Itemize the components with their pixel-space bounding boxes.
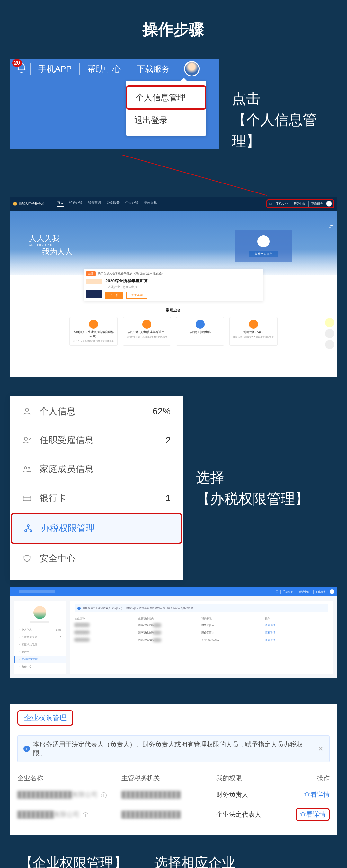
avatar[interactable] (326, 201, 332, 207)
nav-mobile-app[interactable]: 手机APP (30, 63, 80, 74)
float-buttons (325, 318, 335, 351)
sidebar-item[interactable]: ◦任职受雇信息2 (14, 633, 66, 641)
sidebar-item[interactable]: ◦银行卡 (14, 648, 66, 656)
nav-tab[interactable]: 个人办税 (125, 200, 138, 207)
service-card[interactable]: 专项扣算（快速填报内综合所得应用）针对个人所得税自行申报的快速便捷服务 (69, 317, 118, 346)
bell-icon (275, 590, 279, 593)
svg-line-0 (122, 155, 267, 195)
fullsite-screenshot: 自然人电子税务局 首页 特色办税 税费查询 公众服务 个人办税 单位办税 手机A… (10, 197, 337, 377)
svg-point-3 (24, 437, 27, 440)
nav-tab[interactable]: 首页 (57, 200, 64, 207)
avatar (33, 606, 46, 619)
table-header: 企业名称 主管税务机关 我的权限 操作 (18, 771, 329, 786)
table-row: ████████国家税务总局████财务负责人查看详情 (74, 621, 328, 629)
bell-icon (269, 202, 273, 206)
enterprise-permission-panel: 企业权限管理 i 本服务适用于法定代表人（负责人）、财务负责人或拥有管理权限的人… (10, 704, 337, 835)
menu-profile-management[interactable]: 个人信息管理 (126, 86, 206, 110)
nav-tab[interactable]: 特色办税 (69, 200, 82, 207)
about-button[interactable]: 关于本期 (126, 292, 148, 299)
step3-instruction: 【企业权限管理】——选择相应企业 点击【查看详情】 (0, 835, 347, 868)
service-card[interactable]: 代扣代缴（A表）由个人委托扣缴义务人通过单位填报申报 (229, 317, 278, 346)
service-card[interactable]: 专项附加扣除填报 (176, 317, 224, 346)
next-button[interactable]: 下一步 (105, 292, 123, 299)
topnav-screenshot: 20 手机APP 帮助中心 下载服务 个人信息管理 退出登录 (10, 59, 219, 149)
float-chat-icon[interactable] (325, 318, 334, 327)
user-dropdown: 个人信息管理 退出登录 (126, 81, 206, 135)
sidebar-item[interactable]: ◦安全中心 (14, 663, 66, 670)
nav-tab[interactable]: 税费查询 (88, 200, 101, 207)
service-card[interactable]: 专项扣算（原填填非年暂适用）综合所得汇算，原填填非年暂户居民适用 (123, 317, 171, 346)
svg-point-2 (25, 408, 28, 411)
avatar[interactable] (329, 589, 334, 594)
annual-settlement-title: 2020综合所得年度汇算 (105, 278, 148, 284)
nav-help-center[interactable]: 帮助中心 (297, 590, 311, 594)
avatar[interactable] (184, 61, 199, 76)
info-icon: i (77, 607, 81, 610)
notice-card: 公告 关于自然人电子税务局开放本期代扣代缴申报的通知 2020综合所得年度汇算 … (84, 269, 263, 301)
notice-tag: 公告 (86, 271, 96, 276)
view-detail-link[interactable]: 查看详情 (265, 631, 329, 634)
family-icon (22, 464, 32, 474)
sidebar-item[interactable]: ◦家庭成员信息 (14, 641, 66, 648)
employment-icon (22, 435, 32, 445)
sidebar-item-security[interactable]: 安全中心 (10, 544, 182, 573)
sidebar-item-family[interactable]: 家庭成员信息 (10, 455, 182, 484)
menu-logout[interactable]: 退出登录 (126, 110, 206, 131)
org-icon (24, 524, 33, 533)
nav-mobile-app[interactable]: 手机APP (273, 201, 290, 207)
table-row: ████████有限公司i █████████████ 企业法定代表人 查看详情 (18, 803, 329, 826)
sidebar-item[interactable]: ◦个人信息62% (14, 626, 66, 633)
info-alert: i 本服务适用于法定代表人（负责人）、财务负责人或拥有管理权限的人员，赋予指定人… (18, 735, 329, 762)
sidebar-item-bank-card[interactable]: 银行卡1 (10, 484, 182, 513)
sidebar-item-tax-permission[interactable]: 办税权限管理 (10, 513, 182, 544)
common-services-title: 常用业务 (10, 308, 337, 313)
nav-help-center[interactable]: 帮助中心 (291, 201, 308, 207)
info-icon: i (24, 746, 30, 752)
svg-rect-6 (23, 496, 31, 501)
view-detail-link[interactable]: 查看详情 (265, 623, 329, 627)
info-alert: i 本服务适用于法定代表人（负责人）、财务负责人或拥有管理权限的人员，赋予指定人… (74, 604, 328, 612)
permission-mgmt-screenshot: 手机APP 帮助中心 下载服务 ◦个人信息62% ◦任职受雇信息2 ◦家庭成员信… (10, 587, 337, 678)
user-icon (22, 406, 32, 416)
float-top-icon[interactable] (325, 340, 334, 349)
close-icon[interactable]: ✕ (318, 745, 323, 753)
view-detail-link[interactable]: 查看详情 (304, 791, 329, 798)
nav-download[interactable]: 下载服务 (309, 201, 325, 207)
card-icon (22, 493, 32, 503)
nav-download[interactable]: 下载服务 (128, 63, 178, 74)
nav-help-center[interactable]: 帮助中心 (80, 63, 128, 74)
view-detail-link[interactable]: 查看详情 (295, 808, 329, 821)
annual-settlement-sub: 正在进行中，您尚未申报 (105, 285, 148, 289)
float-help-icon[interactable] (325, 329, 334, 338)
step2-instruction: 选择 【办税权限管理】 (196, 467, 309, 509)
step1-instruction: 点击 【个人信息管理】 (232, 88, 337, 152)
info-icon[interactable]: i (101, 793, 107, 798)
bell-icon[interactable]: 20 (16, 63, 27, 75)
nav-tab[interactable]: 公众服务 (107, 200, 120, 207)
svg-point-7 (27, 525, 29, 527)
sidebar-item-employment[interactable]: 任职受雇信息2 (10, 426, 182, 455)
svg-point-4 (24, 467, 27, 469)
sidebar-item-tax-permission[interactable]: ◦办税权限管理 (14, 656, 66, 663)
info-icon[interactable]: i (83, 812, 88, 818)
site-logo: 自然人电子税务局 (13, 202, 44, 206)
nav-download[interactable]: 下载服务 (313, 590, 328, 594)
mgmt-sidebar: ◦个人信息62% ◦任职受雇信息2 ◦家庭成员信息 ◦银行卡 ◦办税权限管理 ◦… (14, 601, 66, 674)
bird-icon: 🕊 (328, 224, 333, 229)
view-detail-link[interactable]: 查看详情 (265, 638, 329, 642)
notice-text: 关于自然人电子税务局开放本期代扣代缴申报的通知 (98, 272, 164, 276)
svg-point-1 (13, 202, 17, 206)
main-nav: 首页 特色办税 税费查询 公众服务 个人办税 单位办税 (57, 200, 157, 207)
enterprise-permission-title: 企业权限管理 (18, 710, 73, 726)
person-illustration (86, 279, 102, 298)
notification-badge: 20 (12, 59, 22, 66)
table-row: ████████国家税务总局████财务负责人查看详情 (74, 629, 328, 636)
page-title: 操作步骤 (0, 0, 347, 53)
table-row: ████████████有限公司i █████████████ 财务负责人 查看… (18, 786, 329, 803)
sidebar-item-personal-info[interactable]: 个人信息62% (10, 397, 182, 426)
nav-tab[interactable]: 单位办税 (144, 200, 157, 207)
table-row: ████████国家税务总局████企业法定代表人查看详情 (74, 636, 328, 644)
svg-point-5 (28, 467, 30, 469)
shield-icon (22, 554, 32, 563)
nav-mobile-app[interactable]: 手机APP (281, 590, 295, 594)
